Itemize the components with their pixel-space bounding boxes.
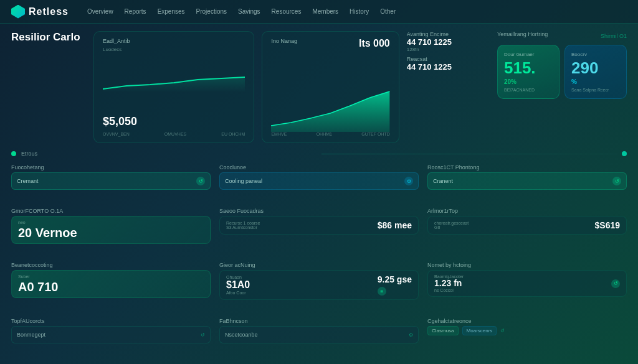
nav-history[interactable]: History	[350, 8, 369, 15]
chart-x-labels: OVVNV_BEN OMUVHES EU OHCHM	[103, 132, 245, 136]
col1-input1-text: Cremant	[17, 178, 193, 184]
col2-card2-labels: Recursc 1 coarse S3 Aurntconstor	[226, 221, 260, 230]
navbar-links: Overview Reports Expenses Projections Sa…	[87, 8, 627, 15]
metric-sub-2: Sana Salpna Rcecr	[571, 88, 620, 92]
col1-input1-icon[interactable]: ↺	[196, 177, 205, 185]
col1-sec2: GmorFCORTO O.1A neo 20 Vernoe	[11, 208, 211, 257]
col3-card3-icon[interactable]: ↺	[611, 279, 620, 288]
col3-card3-left: Baomig-lacoter 1.23 fn ns Coccol	[434, 274, 464, 292]
col1-card2-value: 20 Vernoe	[18, 226, 204, 240]
col3-card2-right: $S619	[595, 220, 620, 230]
logo-icon	[11, 5, 25, 19]
col1-sec4: TopfAUcorcts Bonmegept ↺	[11, 318, 211, 357]
col2-select4[interactable]: Nscetcoanbe ⚙	[219, 326, 419, 343]
metric-card-1: Dour Gumaer 515. 20% BEl7ACNANED	[497, 45, 559, 99]
col1-sec3: Beanetcoccoting Suber A0 710	[11, 262, 211, 313]
chart-sublabel: Luodecs	[103, 47, 245, 52]
col1-card3-sub: Suber	[18, 274, 204, 279]
stat-value-2: 44 710 1225	[407, 62, 490, 72]
col2-sec4: FaBhncson Nscetcoanbe ⚙	[219, 318, 419, 357]
col3-card3-value: 1.23 fn	[434, 279, 464, 288]
col2-sec1-title: Cooclunoe	[219, 164, 419, 170]
area-chart-title: Ino Nanag	[271, 38, 297, 44]
nav-savings[interactable]: Savings	[238, 8, 260, 15]
metric-pct-2: %	[571, 78, 620, 85]
col3-card3-row: Baomig-lacoter 1.23 fn ns Coccol ↺	[434, 274, 620, 292]
col3-card2-label2: Gtl	[434, 225, 469, 230]
stat-label-2: Reacsat	[407, 56, 490, 62]
metric-label-2: Boocrv	[571, 52, 620, 57]
divider-label: Etrous	[21, 151, 317, 157]
divider-line	[321, 154, 617, 154]
chart-value: $5,050	[103, 115, 245, 128]
divider-dot-right	[622, 151, 627, 156]
col2-card3-left: Ohuaon $1A0 Afoo Coor	[226, 275, 250, 295]
col3-card2-value: $S619	[595, 220, 620, 230]
mid-stats: Avanting Encime 44 710 1225 128fn Reacsa…	[407, 31, 490, 143]
col3-btn2[interactable]: Moarscenrs	[462, 326, 497, 335]
area-x-labels: EMHVE OHHM1 GUTEF OHTD	[271, 132, 389, 136]
metric-label-1: Dour Gumaer	[504, 52, 553, 57]
right-metrics: Dour Gumaer 515. 20% BEl7ACNANED Boocrv …	[497, 45, 627, 99]
area-chart-svg	[271, 88, 389, 132]
metric-card-2: Boocrv 290 % Sana Salpna Rcecr	[564, 45, 627, 99]
stat-row-2: Reacsat 44 710 1225	[407, 56, 490, 72]
col1-card3: Suber A0 710	[11, 270, 211, 298]
col2-sec3-title: Gieor acNuing	[219, 262, 419, 268]
col3-sec4-icon: ↺	[500, 328, 505, 334]
nav-overview[interactable]: Overview	[87, 8, 113, 15]
right-header: Yemaillrang Hortring	[497, 31, 548, 37]
col2-card3-icon[interactable]: ≡	[378, 287, 386, 296]
col1-sec4-title: TopfAUcorcts	[11, 318, 211, 324]
divider-row: Etrous	[11, 149, 627, 158]
nav-other[interactable]: Other	[380, 8, 396, 15]
col3-input1[interactable]: Cranent ↺	[427, 172, 627, 190]
nav-members[interactable]: Members	[312, 8, 338, 15]
col1-card2-sub: neo	[18, 220, 204, 225]
area-chart-header: Ino Nanag Its 000	[271, 38, 389, 49]
col2-card3-row: Ohuaon $1A0 Afoo Coor 9.25 gse ≡	[226, 274, 412, 296]
main-content: Resilior Carlo Eadl_Antib Luodecs	[0, 24, 638, 364]
stat-row-1: Avanting Encime 44 710 1225 128fn	[407, 31, 490, 52]
col3-card2: choreatr.gesceast Gtl $S619	[427, 216, 627, 235]
col2-card3-value1: $1A0	[226, 279, 250, 291]
col2-card3-sub1: Afoo Coor	[226, 291, 250, 295]
col3-input1-icon[interactable]: ↺	[612, 177, 621, 185]
metric-percent-1: 515.	[504, 60, 553, 76]
col1-select4[interactable]: Bonmegept ↺	[11, 326, 211, 343]
col3-btn1[interactable]: Clasmusa	[427, 326, 459, 335]
nav-reports[interactable]: Reports	[125, 8, 146, 15]
area-chart-right: Its 000	[359, 38, 390, 49]
page-title: Resilior Carlo	[11, 31, 86, 44]
col1-card2: neo 20 Vernoe	[11, 216, 211, 244]
col1-select4-text: Bonmegept	[17, 332, 197, 338]
col3-sec3: Nomet by hctoing Baomig-lacoter 1.23 fn …	[427, 262, 627, 313]
svg-marker-0	[103, 77, 245, 92]
col2-select4-icon: ⚙	[409, 332, 413, 338]
col1-sec1: Fuocohetang Cremant ↺	[11, 164, 211, 203]
col2-input1-icon[interactable]: ⚙	[404, 177, 413, 185]
nav-resources[interactable]: Resources	[272, 8, 302, 15]
col2-card3-label1: Ohuaon	[226, 275, 250, 279]
nav-expenses[interactable]: Expenses	[158, 8, 185, 15]
col3-sec3-title: Nomet by hctoing	[427, 262, 627, 268]
col3-input1-text: Cranent	[433, 178, 609, 184]
logo[interactable]: Retless	[11, 5, 69, 19]
col3-card2-labels: choreatr.gesceast Gtl	[434, 221, 469, 230]
col1-sec2-title: GmorFCORTO O.1A	[11, 208, 211, 214]
col2-sec4-title: FaBhncson	[219, 318, 419, 324]
area-chart-subtitle: Its 000	[359, 38, 390, 49]
navbar: Retless Overview Reports Expenses Projec…	[0, 0, 638, 24]
col2-card2-label2: S3 Aurntconstor	[226, 225, 260, 230]
chart-label: Eadl_Antib	[103, 38, 245, 44]
col3-sec4-title: Cgehalctatreonce	[427, 318, 627, 324]
col2-card2-label1: Recursc 1 coarse	[226, 221, 260, 225]
col2-card2: Recursc 1 coarse S3 Aurntconstor $86 mee	[219, 216, 419, 235]
nav-projections[interactable]: Projections	[196, 8, 227, 15]
col1-input1[interactable]: Cremant ↺	[11, 172, 211, 190]
col2-card2-row: Recursc 1 coarse S3 Aurntconstor $86 mee	[226, 220, 412, 230]
col2-sec2: Saeoo Fuocadras Recursc 1 coarse S3 Aurn…	[219, 208, 419, 257]
col1-sec1-title: Fuocohetang	[11, 164, 211, 170]
col2-input1[interactable]: Cooling paneal ⚙	[219, 172, 419, 190]
col3-sec1-title: Roosc1CT Phontong	[427, 164, 627, 170]
